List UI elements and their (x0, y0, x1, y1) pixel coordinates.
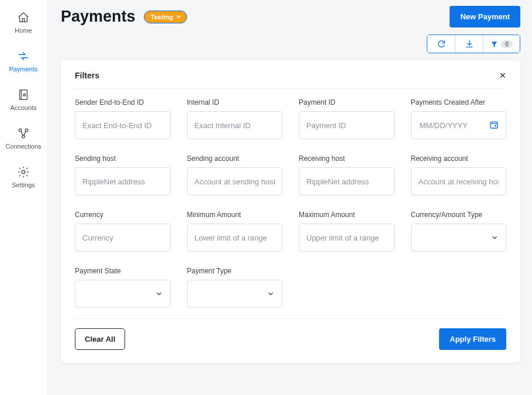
close-icon: ✕ (499, 71, 506, 80)
chevron-down-icon (490, 233, 499, 242)
currency-label: Currency (75, 211, 171, 219)
env-badge-label: Testing (151, 13, 173, 20)
receiving-account-input[interactable] (411, 167, 507, 195)
currency-amount-type-label: Currency/Amount Type (411, 211, 507, 219)
page-title: Payments (61, 8, 136, 26)
transfer-icon (16, 49, 30, 63)
internal-id-label: Internal ID (187, 98, 283, 107)
network-icon (16, 126, 30, 140)
env-badge[interactable]: Testing (144, 11, 187, 23)
created-after-placeholder: MM/DD/YYYY (419, 121, 490, 130)
nav-payments-label: Payments (9, 66, 38, 73)
internal-id-input[interactable] (187, 111, 283, 139)
payment-type-select[interactable] (187, 280, 283, 308)
home-icon (16, 11, 30, 25)
receiving-host-label: Receiving host (299, 154, 395, 163)
apply-filters-button[interactable]: Apply Filters (439, 328, 506, 350)
nav-payments[interactable]: Payments (9, 49, 38, 73)
svg-point-5 (22, 170, 25, 174)
max-amount-label: Maximum Amount (299, 211, 395, 219)
payment-state-label: Payment State (75, 267, 171, 275)
svg-rect-6 (490, 122, 498, 128)
book-icon (16, 88, 30, 102)
svg-point-1 (23, 94, 26, 96)
payment-type-label: Payment Type (187, 267, 283, 275)
download-button[interactable] (455, 35, 483, 53)
nav-home[interactable]: Home (15, 11, 32, 34)
sender-e2e-label: Sender End-to-End ID (75, 98, 171, 107)
currency-amount-type-select[interactable] (411, 224, 507, 252)
sidebar: Home Payments Accounts Connections Setti… (0, 0, 47, 395)
created-after-label: Payments Created After (411, 98, 507, 107)
clear-all-button[interactable]: Clear All (75, 328, 125, 350)
nav-accounts[interactable]: Accounts (10, 88, 36, 111)
receiving-host-input[interactable] (299, 167, 395, 195)
sending-account-input[interactable] (187, 167, 283, 195)
currency-input[interactable] (75, 224, 171, 252)
nav-connections-label: Connections (5, 143, 41, 150)
main-content: Payments Testing New Payment 0 (47, 0, 532, 395)
min-amount-label: Minimum Amount (187, 211, 283, 219)
nav-home-label: Home (15, 27, 32, 34)
chevron-down-icon (176, 14, 181, 19)
sending-account-label: Sending account (187, 154, 283, 163)
topbar: Payments Testing New Payment (61, 6, 520, 28)
filter-count: 0 (501, 40, 513, 48)
payment-id-input[interactable] (299, 111, 395, 139)
payment-state-select[interactable] (75, 280, 171, 308)
nav-accounts-label: Accounts (10, 104, 36, 111)
filter-button[interactable]: 0 (483, 35, 520, 53)
toolbar: 0 (427, 35, 520, 53)
nav-settings[interactable]: Settings (12, 165, 35, 188)
chevron-down-icon (155, 290, 163, 298)
refresh-icon (437, 39, 446, 49)
svg-rect-7 (495, 125, 496, 126)
filters-panel: Filters ✕ Sender End-to-End ID Internal … (61, 60, 520, 363)
filter-icon (490, 40, 498, 48)
min-amount-input[interactable] (187, 224, 283, 252)
sending-host-input[interactable] (75, 167, 171, 195)
max-amount-input[interactable] (299, 224, 395, 252)
nav-settings-label: Settings (12, 181, 35, 188)
calendar-icon (489, 120, 499, 131)
payment-id-label: Payment ID (299, 98, 395, 107)
new-payment-button[interactable]: New Payment (450, 6, 520, 28)
refresh-button[interactable] (427, 35, 455, 53)
sending-host-label: Sending host (75, 154, 171, 163)
close-filters-button[interactable]: ✕ (499, 71, 506, 80)
sender-e2e-input[interactable] (75, 111, 171, 139)
gear-icon (16, 165, 30, 179)
created-after-input[interactable]: MM/DD/YYYY (411, 111, 507, 139)
download-icon (465, 39, 474, 49)
receiving-account-label: Receiving account (411, 154, 507, 163)
filters-title: Filters (75, 71, 99, 80)
chevron-down-icon (267, 290, 275, 298)
nav-connections[interactable]: Connections (5, 126, 41, 150)
